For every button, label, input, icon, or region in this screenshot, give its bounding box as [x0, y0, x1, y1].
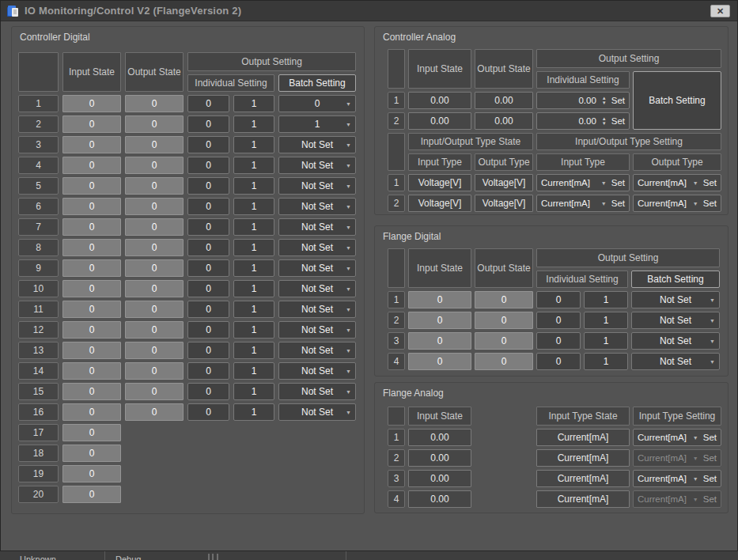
output-state-value: 0.00	[475, 112, 533, 130]
output-low-button[interactable]: 0	[187, 383, 229, 400]
chevron-down-icon: ▼	[346, 163, 351, 168]
output-low-button[interactable]: 0	[187, 136, 229, 153]
output-high-button[interactable]: 1	[233, 218, 274, 236]
titlebar[interactable]: IO Monitoring/Control V2 (FlangeVersion …	[1, 1, 737, 21]
input-type-setting-dropdown[interactable]: Current[mA]▼Set	[633, 470, 721, 487]
set-button[interactable]: Set	[702, 433, 717, 442]
output-setting-header: Output Setting	[536, 49, 721, 68]
output-high-button[interactable]: 1	[233, 403, 274, 421]
batch-setting-dropdown[interactable]: Not Set▼	[278, 239, 356, 256]
output-low-button[interactable]: 0	[187, 95, 229, 112]
batch-setting-dropdown[interactable]: Not Set▼	[278, 177, 356, 195]
output-high-button[interactable]: 1	[584, 312, 628, 329]
output-low-button[interactable]: 0	[187, 362, 229, 380]
output-low-button[interactable]: 0	[187, 218, 229, 236]
output-high-button[interactable]: 1	[233, 362, 274, 380]
spin-up-button[interactable]: ▲	[602, 96, 607, 100]
output-high-button[interactable]: 1	[584, 291, 628, 308]
batch-setting-dropdown[interactable]: 1▼	[278, 115, 356, 133]
row-number: 15	[18, 383, 59, 400]
spin-down-button[interactable]: ▼	[602, 101, 607, 105]
input-type-setting-dropdown[interactable]: Current[mA]▼Set	[633, 429, 721, 446]
output-high-button[interactable]: 1	[233, 177, 274, 195]
output-value-input[interactable]: 0.00	[541, 96, 598, 105]
output-high-button[interactable]: 1	[233, 136, 274, 153]
output-low-button[interactable]: 0	[187, 280, 229, 297]
batch-setting-dropdown[interactable]: Not Set▼	[278, 136, 356, 153]
batch-setting-dropdown[interactable]: 0▼	[278, 95, 356, 112]
set-button[interactable]: Set	[611, 178, 625, 187]
output-low-button[interactable]: 0	[187, 198, 229, 215]
set-button[interactable]: Set	[702, 178, 717, 187]
batch-setting-dropdown[interactable]: Not Set▼	[278, 157, 356, 174]
output-low-button[interactable]: 0	[536, 332, 581, 350]
output-low-button[interactable]: 0	[187, 403, 229, 421]
input-type-setting-dropdown[interactable]: Current[mA]▼Set	[536, 195, 630, 212]
output-low-button[interactable]: 0	[187, 259, 229, 277]
batch-setting-dropdown[interactable]: Not Set▼	[631, 291, 720, 308]
set-button[interactable]: Set	[611, 96, 625, 105]
output-low-button[interactable]: 0	[187, 321, 229, 339]
output-low-button[interactable]: 0	[536, 291, 581, 308]
batch-setting-dropdown[interactable]: Not Set▼	[631, 353, 720, 370]
batch-setting-dropdown[interactable]: Not Set▼	[278, 342, 356, 359]
batch-setting-dropdown[interactable]: Not Set▼	[278, 403, 356, 421]
output-low-button[interactable]: 0	[187, 177, 229, 195]
batch-setting-dropdown[interactable]: Not Set▼	[631, 332, 720, 350]
spin-up-button[interactable]: ▲	[602, 117, 607, 121]
output-high-button[interactable]: 1	[233, 321, 274, 339]
input-state-value: 0	[62, 259, 121, 277]
output-high-button[interactable]: 1	[233, 95, 274, 112]
output-high-button[interactable]: 1	[233, 239, 274, 256]
output-low-button[interactable]: 0	[187, 239, 229, 256]
input-type-setting-dropdown[interactable]: Current[mA]▼Set	[536, 174, 630, 191]
output-high-button[interactable]: 1	[233, 301, 274, 318]
output-high-button[interactable]: 1	[233, 157, 274, 174]
set-button[interactable]: Set	[702, 474, 717, 483]
output-high-button[interactable]: 1	[233, 383, 274, 400]
chevron-down-icon: ▼	[346, 369, 351, 374]
batch-setting-button[interactable]: Batch Setting	[631, 271, 720, 288]
output-type-setting-dropdown[interactable]: Current[mA]▼Set	[633, 195, 721, 212]
output-low-button[interactable]: 0	[187, 301, 229, 318]
output-high-button[interactable]: 1	[233, 115, 274, 133]
batch-setting-dropdown[interactable]: Not Set▼	[278, 321, 356, 339]
output-high-button[interactable]: 1	[233, 259, 274, 277]
batch-setting-dropdown[interactable]: Not Set▼	[278, 280, 356, 297]
output-high-button[interactable]: 1	[584, 332, 628, 350]
output-low-button[interactable]: 0	[187, 157, 229, 174]
dropdown-value: Not Set	[301, 139, 333, 150]
set-button: Set	[702, 453, 717, 463]
batch-setting-dropdown[interactable]: Not Set▼	[278, 198, 356, 215]
spin-down-button[interactable]: ▼	[602, 122, 607, 126]
output-high-button[interactable]: 1	[233, 342, 274, 359]
output-low-button[interactable]: 0	[536, 312, 581, 329]
output-high-button[interactable]: 1	[233, 198, 274, 215]
output-value-input[interactable]: 0.00	[541, 116, 598, 126]
background-status-text: Debug	[115, 554, 141, 560]
set-button[interactable]: Set	[611, 199, 625, 208]
batch-setting-dropdown[interactable]: Not Set▼	[278, 301, 356, 318]
batch-setting-dropdown[interactable]: Not Set▼	[278, 383, 356, 400]
close-button[interactable]: ✕	[710, 5, 730, 17]
output-low-button[interactable]: 0	[187, 115, 229, 133]
batch-setting-dropdown[interactable]: Not Set▼	[278, 218, 356, 236]
batch-setting-dropdown[interactable]: Not Set▼	[278, 362, 356, 380]
set-button[interactable]: Set	[611, 116, 625, 126]
set-button[interactable]: Set	[702, 199, 717, 208]
input-state-header: Input State	[62, 52, 121, 92]
output-high-button[interactable]: 1	[584, 353, 628, 370]
batch-setting-dropdown[interactable]: Not Set▼	[278, 259, 356, 277]
output-low-button[interactable]: 0	[536, 353, 581, 370]
batch-setting-button[interactable]: Batch Setting	[278, 74, 356, 92]
output-high-button[interactable]: 1	[233, 280, 274, 297]
batch-setting-dropdown[interactable]: Not Set▼	[631, 312, 720, 329]
chevron-down-icon: ▼	[346, 204, 351, 210]
output-low-button[interactable]: 0	[187, 342, 229, 359]
row-number: 18	[18, 445, 59, 462]
output-type-setting-dropdown[interactable]: Current[mA]▼Set	[633, 174, 721, 191]
row-number: 4	[18, 157, 59, 174]
row-number: 2	[388, 449, 405, 467]
batch-setting-button[interactable]: Batch Setting	[633, 71, 721, 130]
chevron-down-icon: ▼	[601, 180, 607, 186]
